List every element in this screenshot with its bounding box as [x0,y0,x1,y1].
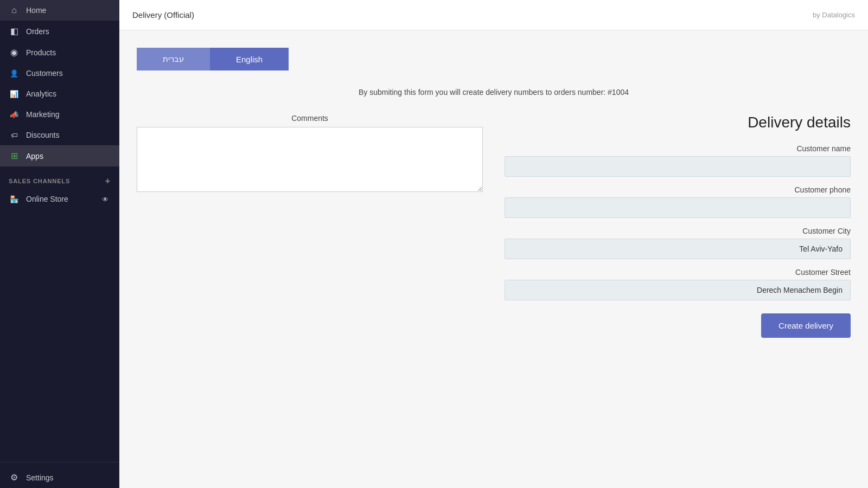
sidebar-item-analytics[interactable]: Analytics [0,84,119,104]
sidebar-item-products[interactable]: Products [0,42,119,63]
sidebar-item-customers-label: Customers [26,69,63,78]
eye-icon [100,194,111,204]
sidebar: Home Orders Products Customers Analytics… [0,0,119,488]
sidebar-item-online-store-label: Online Store [26,195,68,203]
analytics-icon [9,89,20,99]
comments-label: Comments [137,114,483,123]
hebrew-lang-button[interactable]: עברית [137,48,210,70]
sidebar-item-apps[interactable]: Apps [0,145,119,166]
sidebar-item-home[interactable]: Home [0,0,119,21]
add-sales-channel-icon[interactable] [105,175,111,187]
orders-icon [9,26,20,36]
english-lang-button[interactable]: English [210,48,289,70]
sidebar-item-discounts[interactable]: Discounts [0,125,119,145]
comments-section: Comments [137,114,483,194]
customer-city-field: Customer City [505,227,851,259]
sales-channels-section: SALES CHANNELS [0,166,119,189]
sidebar-item-apps-label: Apps [26,152,43,160]
products-icon [9,47,20,57]
comments-textarea[interactable] [137,127,483,192]
marketing-icon [9,110,20,119]
customer-street-field: Customer Street [505,268,851,300]
language-toggle: עברית English [137,48,851,70]
form-info-text: By submiting this form you will create d… [137,88,851,97]
sidebar-item-settings[interactable]: Settings [0,467,119,488]
sidebar-item-settings-label: Settings [26,473,54,482]
delivery-details-title: Delivery details [748,114,851,131]
customer-phone-label: Customer phone [794,185,851,194]
customer-city-input[interactable] [505,239,851,259]
create-delivery-button[interactable]: Create delivery [761,313,851,338]
form-layout: Comments Delivery details Customer name … [137,114,851,338]
content-area: עברית English By submiting this form you… [119,30,868,488]
sidebar-item-orders[interactable]: Orders [0,21,119,42]
sidebar-item-marketing-label: Marketing [26,110,59,119]
customer-name-label: Customer name [796,144,851,153]
apps-icon [9,151,20,161]
sidebar-item-analytics-label: Analytics [26,89,56,98]
sidebar-item-marketing[interactable]: Marketing [0,104,119,125]
customer-street-input[interactable] [505,280,851,300]
customers-icon [9,68,20,78]
home-icon [9,5,20,15]
sidebar-item-customers[interactable]: Customers [0,63,119,84]
customer-city-label: Customer City [802,227,851,235]
sidebar-item-discounts-label: Discounts [26,131,59,139]
settings-icon [9,472,20,483]
discounts-icon [9,130,20,140]
customer-name-input[interactable] [505,156,851,177]
sidebar-item-products-label: Products [26,48,56,57]
sidebar-item-online-store[interactable]: Online Store [0,189,119,209]
customer-street-label: Customer Street [795,268,851,277]
top-bar: Delivery (Official) by Datalogics [119,0,868,30]
customer-phone-field: Customer phone [505,185,851,218]
store-icon [9,194,20,204]
sidebar-item-orders-label: Orders [26,27,49,36]
customer-phone-input[interactable] [505,197,851,218]
customer-name-field: Customer name [505,144,851,177]
page-title: Delivery (Official) [132,10,194,20]
by-label: by Datalogics [813,11,855,19]
delivery-details-section: Delivery details Customer name Customer … [505,114,851,338]
main-content: Delivery (Official) by Datalogics עברית … [119,0,868,488]
sidebar-item-home-label: Home [26,6,46,15]
